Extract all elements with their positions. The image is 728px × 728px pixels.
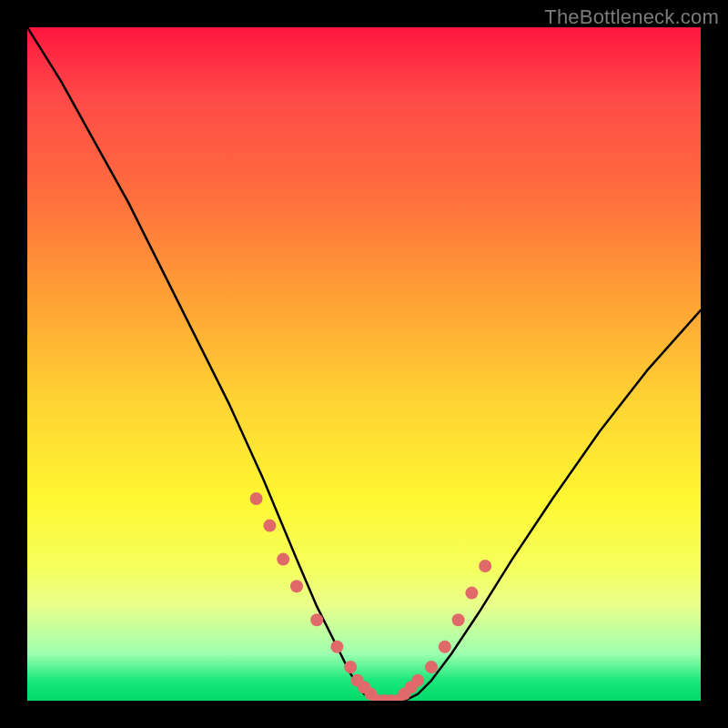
sample-dot bbox=[344, 661, 357, 673]
sample-dot bbox=[290, 580, 303, 592]
chart-frame bbox=[27, 27, 701, 701]
sample-dot bbox=[330, 641, 343, 653]
sample-dot bbox=[479, 560, 491, 572]
sample-dot bbox=[263, 520, 276, 532]
watermark-text: TheBottleneck.com bbox=[544, 5, 719, 29]
sample-dot bbox=[310, 613, 323, 626]
sample-dots bbox=[250, 492, 492, 701]
bottleneck-curve-path bbox=[27, 27, 701, 701]
sample-dot bbox=[465, 587, 478, 600]
sample-dot bbox=[439, 641, 451, 653]
chart-svg bbox=[27, 27, 701, 701]
sample-dot bbox=[411, 674, 424, 687]
sample-dot bbox=[425, 661, 438, 673]
sample-dot bbox=[277, 553, 289, 566]
sample-dot bbox=[250, 492, 263, 505]
sample-dot bbox=[452, 613, 465, 626]
bottleneck-curve bbox=[27, 27, 701, 701]
